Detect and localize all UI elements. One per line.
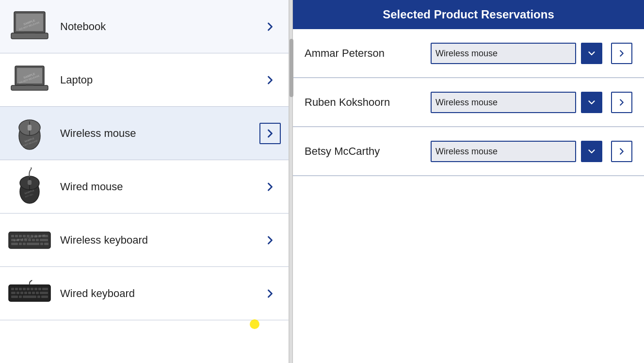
svg-rect-67	[11, 296, 18, 298]
svg-rect-63	[28, 292, 31, 294]
dropdown-arrow-betsy[interactable]	[581, 141, 602, 162]
svg-rect-64	[32, 292, 35, 294]
product-item-wireless-keyboard[interactable]: SAMPLE DO NOT RELEASE Wireless keyboard	[0, 214, 289, 267]
product-image-wireless-mouse: SAMPLE DO NOT RELEASE	[8, 114, 51, 153]
svg-rect-71	[41, 296, 48, 298]
nav-arrow-betsy[interactable]	[611, 141, 632, 162]
right-panel: Selected Product Reservations Ammar Pete…	[293, 0, 644, 363]
svg-rect-25	[11, 235, 14, 237]
dropdown-wrapper-ruben: Notebook Laptop Wireless mouse Wired mou…	[431, 92, 632, 113]
product-image-wireless-keyboard: SAMPLE DO NOT RELEASE	[8, 221, 51, 260]
dropdown-arrow-ruben[interactable]	[581, 92, 602, 113]
panel-header: Selected Product Reservations	[293, 0, 644, 29]
reservation-row-ruben: Ruben Kokshoorn Notebook Laptop Wireless…	[293, 78, 644, 127]
svg-rect-62	[24, 292, 27, 294]
product-select-ruben[interactable]: Notebook Laptop Wireless mouse Wired mou…	[431, 92, 576, 113]
svg-rect-54	[27, 288, 30, 290]
svg-rect-41	[40, 239, 48, 241]
product-label-notebook: Notebook	[60, 20, 259, 33]
svg-rect-57	[38, 288, 41, 290]
person-name-betsy: Betsy McCarthy	[305, 145, 431, 158]
product-item-wired-keyboard[interactable]: Wired keyboard	[0, 267, 289, 320]
svg-rect-46	[40, 243, 43, 245]
reservation-row-betsy: Betsy McCarthy Notebook Laptop Wireless …	[293, 127, 644, 176]
product-item-wired-mouse[interactable]: SAMPLE NOT REL. Wired mouse	[0, 160, 289, 214]
product-item-laptop[interactable]: SAMPLE DO NOT RELEASE Laptop	[0, 53, 289, 107]
svg-rect-8	[11, 85, 48, 90]
svg-rect-3	[24, 32, 35, 33]
scrollbar-thumb[interactable]	[290, 39, 293, 97]
dropdown-wrapper-betsy: Notebook Laptop Wireless mouse Wired mou…	[431, 141, 632, 162]
product-label-wired-mouse: Wired mouse	[60, 181, 259, 193]
person-name-ruben: Ruben Kokshoorn	[305, 96, 431, 109]
svg-rect-15	[28, 125, 32, 131]
svg-rect-42	[11, 243, 18, 245]
product-image-wired-keyboard	[8, 274, 51, 313]
product-image-wired-mouse: SAMPLE NOT REL.	[8, 167, 51, 206]
svg-rect-68	[19, 296, 22, 298]
product-label-wireless-keyboard: Wireless keyboard	[60, 234, 259, 247]
product-label-laptop: Laptop	[60, 74, 259, 86]
dropdown-wrapper-ammar: Notebook Laptop Wireless mouse Wired mou…	[431, 43, 632, 64]
product-select-ammar[interactable]: Notebook Laptop Wireless mouse Wired mou…	[431, 43, 576, 64]
svg-rect-40	[36, 239, 39, 241]
svg-rect-45	[27, 243, 39, 245]
svg-rect-2	[11, 33, 48, 39]
nav-arrow-ruben[interactable]	[611, 92, 632, 113]
product-image-laptop: SAMPLE DO NOT RELEASE	[8, 61, 51, 99]
svg-rect-60	[16, 292, 19, 294]
dropdown-arrow-ammar[interactable]	[581, 43, 602, 64]
panel-title: Selected Product Reservations	[383, 8, 554, 21]
empty-space	[293, 176, 644, 363]
svg-rect-44	[23, 243, 26, 245]
svg-rect-58	[42, 288, 48, 290]
svg-rect-66	[40, 292, 48, 294]
svg-rect-65	[36, 292, 39, 294]
svg-rect-39	[32, 239, 35, 241]
nav-arrow-ammar[interactable]	[611, 43, 632, 64]
person-name-ammar: Ammar Peterson	[305, 47, 431, 60]
product-image-notebook: SAMPLE DO NOT RELEASE	[8, 7, 51, 46]
svg-rect-27	[19, 235, 22, 237]
product-label-wired-keyboard: Wired keyboard	[60, 287, 259, 300]
product-select-betsy[interactable]: Notebook Laptop Wireless mouse Wired mou…	[431, 141, 576, 162]
svg-rect-50	[11, 288, 14, 290]
product-list: SAMPLE DO NOT RELEASE Notebook SAMPLE DO…	[0, 0, 290, 363]
svg-rect-21	[28, 180, 32, 185]
chevron-wired-keyboard	[259, 283, 281, 304]
svg-rect-47	[44, 243, 48, 245]
svg-rect-55	[31, 288, 33, 290]
chevron-wired-mouse	[259, 176, 281, 198]
svg-rect-59	[11, 292, 16, 294]
svg-rect-26	[15, 235, 18, 237]
scrollbar[interactable]	[290, 0, 293, 363]
svg-rect-69	[23, 296, 36, 298]
chevron-laptop	[259, 69, 281, 91]
svg-rect-70	[37, 296, 40, 298]
product-item-wireless-mouse[interactable]: SAMPLE DO NOT RELEASE Wireless mouse	[0, 107, 289, 160]
svg-rect-61	[20, 292, 23, 294]
svg-rect-52	[19, 288, 22, 290]
svg-rect-9	[26, 84, 33, 86]
svg-rect-51	[15, 288, 18, 290]
chevron-wireless-keyboard	[259, 230, 281, 251]
product-item-notebook[interactable]: SAMPLE DO NOT RELEASE Notebook	[0, 0, 289, 53]
product-label-wireless-mouse: Wireless mouse	[60, 127, 259, 140]
chevron-wireless-mouse[interactable]	[259, 123, 281, 144]
chevron-notebook	[259, 16, 281, 37]
svg-rect-43	[19, 243, 22, 245]
svg-rect-56	[34, 288, 37, 290]
svg-rect-53	[23, 288, 26, 290]
reservation-row-ammar: Ammar Peterson Notebook Laptop Wireless …	[293, 29, 644, 78]
